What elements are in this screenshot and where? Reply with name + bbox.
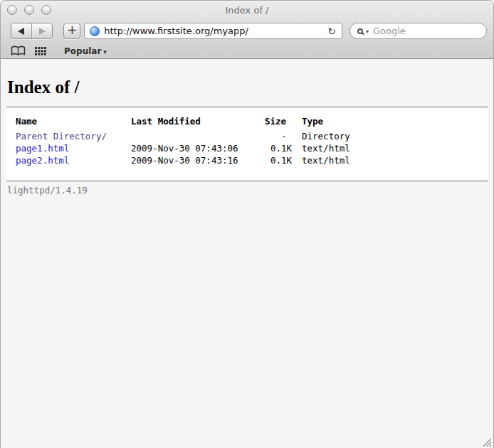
top-sites-grid-icon[interactable]	[35, 47, 46, 55]
search-engine-caret-icon[interactable]: ▾	[366, 28, 369, 35]
file-link-page1[interactable]: page1.html	[16, 143, 69, 154]
cell-type: Directory	[302, 130, 360, 142]
column-header-size: Size	[265, 115, 302, 130]
zoom-window-icon[interactable]	[41, 5, 51, 15]
title-bar[interactable]: Index of /	[1, 1, 493, 19]
globe-icon	[90, 26, 100, 36]
cell-last-modified	[131, 130, 265, 142]
bookmark-folder-popular[interactable]: Popular ▾	[64, 46, 107, 56]
cell-size: 0.1K	[265, 142, 302, 154]
table-header-row: Name Last Modified Size Type	[16, 115, 360, 130]
table-row: Parent Directory/ - Directory	[16, 130, 360, 142]
chevron-down-icon: ▾	[103, 48, 107, 55]
file-link-page2[interactable]: page2.html	[16, 155, 69, 166]
search-field[interactable]: ▾	[350, 23, 487, 39]
server-version-text: lighttpd/1.4.19	[6, 181, 488, 196]
page-viewport: Index of / Name Last Modified Size Type …	[1, 59, 493, 448]
new-tab-button[interactable]: +	[63, 23, 80, 39]
search-input[interactable]	[372, 25, 479, 37]
magnifier-icon	[357, 28, 363, 34]
address-bar[interactable]: ↻	[84, 23, 342, 39]
window-controls	[7, 5, 51, 15]
page-title: Index of /	[6, 59, 488, 107]
reload-icon[interactable]: ↻	[327, 26, 337, 36]
forward-button[interactable]	[32, 23, 53, 38]
table-row: page1.html 2009-Nov-30 07:43:06 0.1K tex…	[16, 142, 360, 154]
bookmarks-bar: Popular ▾	[1, 43, 493, 59]
directory-index-page: Index of / Name Last Modified Size Type …	[1, 59, 493, 196]
cell-size: -	[265, 130, 302, 142]
url-input[interactable]	[104, 26, 323, 36]
minimize-window-icon[interactable]	[24, 5, 34, 15]
cell-size: 0.1K	[265, 154, 302, 166]
cell-last-modified: 2009-Nov-30 07:43:06	[131, 142, 265, 154]
back-button[interactable]	[11, 23, 32, 38]
cell-last-modified: 2009-Nov-30 07:43:16	[131, 154, 265, 166]
close-window-icon[interactable]	[7, 5, 17, 15]
back-arrow-icon	[18, 28, 24, 35]
popular-label: Popular	[64, 46, 101, 56]
toolbar: + ↻ ▾	[1, 19, 493, 43]
bookmarks-book-icon[interactable]	[11, 46, 26, 56]
browser-window: Index of / + ↻ ▾	[0, 0, 494, 448]
cell-type: text/html	[302, 154, 360, 166]
browser-chrome: Index of / + ↻ ▾	[1, 1, 493, 59]
directory-listing-table: Name Last Modified Size Type Parent Dire…	[16, 115, 360, 166]
column-header-last-modified: Last Modified	[131, 115, 265, 130]
window-title: Index of /	[1, 5, 493, 16]
forward-arrow-icon	[39, 28, 46, 35]
parent-directory-link[interactable]: Parent Directory/	[16, 131, 107, 142]
window-resize-grip[interactable]	[482, 437, 492, 447]
directory-listing-panel: Name Last Modified Size Type Parent Dire…	[6, 107, 488, 181]
cell-type: text/html	[302, 142, 360, 154]
nav-buttons	[11, 23, 53, 39]
column-header-name: Name	[16, 115, 131, 130]
column-header-type: Type	[302, 115, 360, 130]
table-row: page2.html 2009-Nov-30 07:43:16 0.1K tex…	[16, 154, 360, 166]
